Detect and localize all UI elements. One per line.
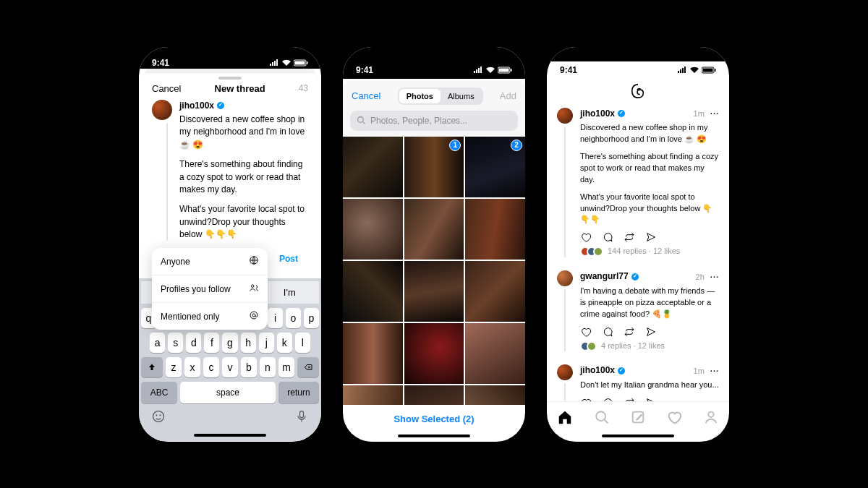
space-key[interactable]: space xyxy=(180,382,276,403)
picker-segmented[interactable]: Photos Albums xyxy=(398,87,483,105)
backspace-key[interactable] xyxy=(297,357,319,377)
feed-post[interactable]: jiho100x 1m··· Don't let my Italian gran… xyxy=(547,359,729,401)
key[interactable]: f xyxy=(204,333,219,353)
compose-text-line[interactable]: There's something about finding a cozy s… xyxy=(179,158,308,196)
photo-thumb[interactable] xyxy=(404,323,464,384)
feed[interactable]: jiho100x 1m··· Discovered a new coffee s… xyxy=(547,102,729,401)
tab-search-icon[interactable] xyxy=(594,409,610,425)
photo-thumb[interactable] xyxy=(404,199,464,260)
char-remaining: 43 xyxy=(299,83,308,93)
key[interactable]: i xyxy=(268,308,283,328)
photo-thumb[interactable]: 2 xyxy=(465,137,525,197)
return-key[interactable]: return xyxy=(278,382,319,403)
post-text: Discovered a new coffee shop in my neigh… xyxy=(580,122,719,145)
photo-thumb[interactable] xyxy=(343,261,403,322)
people-icon xyxy=(249,283,259,295)
tab-home-icon[interactable] xyxy=(557,409,573,425)
key[interactable]: p xyxy=(304,308,319,328)
threads-logo-icon[interactable] xyxy=(547,79,729,102)
repost-icon[interactable] xyxy=(624,397,635,401)
like-icon[interactable] xyxy=(580,326,592,338)
post-more-icon[interactable]: ··· xyxy=(710,272,719,283)
cancel-button[interactable]: Cancel xyxy=(152,83,181,94)
photo-thumb[interactable] xyxy=(343,323,403,384)
svg-rect-1 xyxy=(295,61,305,64)
key[interactable]: l xyxy=(295,333,310,353)
photo-thumb[interactable] xyxy=(465,199,525,260)
post-avatar[interactable] xyxy=(557,108,573,124)
photo-thumb[interactable] xyxy=(465,385,525,405)
photo-thumb[interactable] xyxy=(404,385,464,405)
share-icon[interactable] xyxy=(645,326,657,338)
key[interactable]: a xyxy=(150,333,165,353)
photo-thumb[interactable] xyxy=(404,261,464,322)
reply-icon[interactable] xyxy=(602,231,613,243)
photo-thumb[interactable] xyxy=(465,323,525,384)
tab-activity-icon[interactable] xyxy=(666,409,682,425)
post-handle[interactable]: gwangurl77 xyxy=(580,270,629,283)
key[interactable]: k xyxy=(277,333,292,353)
key[interactable]: b xyxy=(241,357,257,377)
reply-icon[interactable] xyxy=(602,326,613,338)
segment-photos[interactable]: Photos xyxy=(399,89,441,103)
post-handle[interactable]: jiho100x xyxy=(580,108,615,120)
show-selected-button[interactable]: Show Selected (2) xyxy=(343,405,525,433)
key[interactable]: c xyxy=(203,357,219,377)
post-stats[interactable]: 144 replies · 12 likes xyxy=(608,246,680,257)
photo-thumb[interactable] xyxy=(343,385,403,405)
key[interactable]: m xyxy=(278,357,294,377)
post-avatar[interactable] xyxy=(557,270,573,286)
compose-text-line[interactable]: Discovered a new coffee shop in my neigh… xyxy=(179,114,308,151)
key[interactable]: n xyxy=(260,357,276,377)
post-handle[interactable]: jiho100x xyxy=(580,364,615,377)
post-more-icon[interactable]: ··· xyxy=(710,108,719,120)
share-icon[interactable] xyxy=(645,231,657,243)
photo-thumb[interactable]: 1 xyxy=(404,137,464,197)
reply-icon[interactable] xyxy=(602,397,613,401)
reply-option-mention[interactable]: Mentioned only xyxy=(152,303,268,330)
reply-option-anyone[interactable]: Anyone xyxy=(152,248,268,275)
post-more-icon[interactable]: ··· xyxy=(710,366,719,377)
photo-thumb[interactable] xyxy=(343,199,403,260)
feed-post[interactable]: gwangurl77 2h··· I'm having a debate wit… xyxy=(547,265,729,359)
picker-cancel-button[interactable]: Cancel xyxy=(352,90,380,101)
segment-albums[interactable]: Albums xyxy=(441,89,482,103)
key[interactable]: j xyxy=(259,333,274,353)
repost-icon[interactable] xyxy=(624,326,635,338)
key[interactable]: g xyxy=(222,333,237,353)
post-avatar[interactable] xyxy=(557,364,573,380)
key[interactable]: o xyxy=(286,308,301,328)
photo-thumb[interactable] xyxy=(465,261,525,322)
key[interactable]: s xyxy=(168,333,183,353)
photo-thumb[interactable] xyxy=(343,137,403,197)
key[interactable]: v xyxy=(222,357,238,377)
shift-key[interactable] xyxy=(141,357,163,377)
tab-profile-icon[interactable] xyxy=(703,409,719,425)
suggestion[interactable]: I'm xyxy=(260,281,319,304)
home-indicator[interactable] xyxy=(398,435,470,437)
post-button[interactable]: Post xyxy=(269,248,308,271)
composer-handle[interactable]: jiho100x xyxy=(179,100,214,112)
photo-grid[interactable]: 1 2 xyxy=(343,137,525,405)
post-stats[interactable]: 4 replies · 12 likes xyxy=(601,341,665,352)
reply-option-follow[interactable]: Profiles you follow xyxy=(152,275,268,303)
picker-add-button[interactable]: Add xyxy=(500,90,516,101)
feed-post[interactable]: jiho100x 1m··· Discovered a new coffee s… xyxy=(547,102,729,265)
repost-icon[interactable] xyxy=(624,231,635,243)
compose-sheet: Cancel New thread 43 jiho100x Discovered… xyxy=(142,73,318,442)
key[interactable]: d xyxy=(186,333,201,353)
home-indicator[interactable] xyxy=(194,434,266,437)
like-icon[interactable] xyxy=(580,231,592,243)
key[interactable]: h xyxy=(241,333,256,353)
tab-compose-icon[interactable] xyxy=(630,409,646,425)
share-icon[interactable] xyxy=(645,397,657,401)
like-icon[interactable] xyxy=(580,397,592,401)
key[interactable]: x xyxy=(184,357,200,377)
picker-search[interactable]: Photos, People, Places... xyxy=(350,111,518,131)
mic-key-icon[interactable] xyxy=(294,409,309,427)
key[interactable]: z xyxy=(166,357,182,377)
home-indicator[interactable] xyxy=(602,435,674,437)
compose-text-line[interactable]: What's your favorite local spot to unwin… xyxy=(179,203,308,241)
emoji-key-icon[interactable] xyxy=(151,409,166,427)
mode-key[interactable]: ABC xyxy=(141,382,177,403)
